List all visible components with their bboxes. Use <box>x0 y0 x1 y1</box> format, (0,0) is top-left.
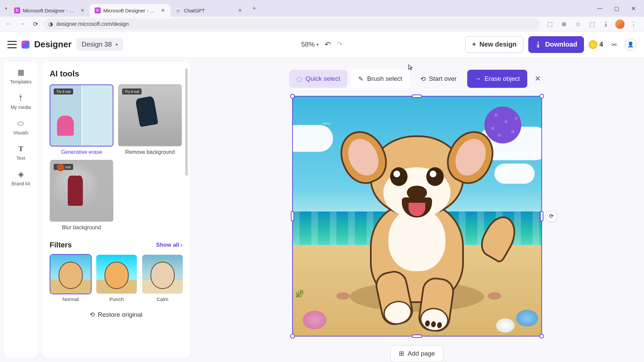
zoom-controls: 58% ▾ ↶ ↷ <box>301 40 343 49</box>
zoom-icon[interactable]: ⊕ <box>559 19 569 29</box>
close-toolbar-button[interactable]: ✕ <box>531 72 545 86</box>
chevron-right-icon: › <box>180 242 182 248</box>
tool-label: Blur background <box>50 225 113 231</box>
try-it-out-badge: Try it out <box>54 88 73 95</box>
resize-handle-right[interactable] <box>540 211 543 221</box>
filter-label: Punch <box>96 296 138 302</box>
tab-search-dropdown[interactable]: ▾ <box>3 5 9 12</box>
erase-object-button[interactable]: → Erase object <box>467 70 527 88</box>
browser-tab-active[interactable]: D Microsoft Designer - Stunning ✕ <box>90 4 170 17</box>
quick-select-label: Quick select <box>306 75 340 82</box>
show-all-link[interactable]: Show all › <box>156 242 182 248</box>
ai-tools-heading: AI tools <box>50 69 182 78</box>
new-tab-button[interactable]: + <box>250 4 259 13</box>
resize-handle-tr[interactable] <box>539 94 544 99</box>
app-body: ▦ Templates ⭱ My media ⬭ Visuals 𝐓 Text … <box>0 58 644 362</box>
close-icon[interactable]: ✕ <box>160 8 166 13</box>
design-name: Design 38 <box>82 41 112 48</box>
filter-calm[interactable]: Recommended Calm <box>142 254 183 302</box>
filter-thumbnail: Recommended <box>96 254 138 294</box>
url-bar[interactable]: ◑ designer.microsoft.com/design <box>44 18 540 30</box>
start-over-button[interactable]: ⟲ Start over <box>413 70 464 88</box>
zoom-dropdown[interactable]: 58% ▾ <box>301 41 319 48</box>
rail-item-visuals[interactable]: ⬭ Visuals <box>13 119 29 135</box>
close-icon[interactable]: ✕ <box>237 8 243 13</box>
resize-handle-tl[interactable] <box>290 94 295 99</box>
resize-handle-bl[interactable] <box>290 334 295 339</box>
app-header: Designer Design 38 ▾ 58% ▾ ↶ ↷ + New des… <box>0 32 644 58</box>
credits-count: 4 <box>599 41 603 48</box>
canvas-area: ◌ Quick select ✎ Brush select ⟲ Start ov… <box>190 58 644 362</box>
brush-select-button[interactable]: ✎ Brush select <box>351 70 410 88</box>
filters-heading: Filters <box>50 241 72 249</box>
rail-label: Visuals <box>13 130 29 135</box>
grass-icon: ⸙ <box>296 284 304 301</box>
filter-normal[interactable]: Normal <box>50 254 92 302</box>
generative-erase-toolbar: ◌ Quick select ✎ Brush select ⟲ Start ov… <box>289 70 545 88</box>
designer-favicon-icon: D <box>95 7 101 13</box>
restore-label: Restore original <box>98 311 142 318</box>
minimize-icon[interactable]: — <box>595 5 604 12</box>
tool-thumbnail: Try it out <box>50 84 113 146</box>
extensions-icon[interactable]: ⬚ <box>587 19 597 29</box>
resize-handle-bottom[interactable] <box>412 335 422 338</box>
rail-item-my-media[interactable]: ⭱ My media <box>11 93 31 110</box>
rail-item-text[interactable]: 𝐓 Text <box>16 144 25 161</box>
downloads-icon[interactable]: ⭳ <box>601 19 611 29</box>
hamburger-menu-icon[interactable] <box>7 41 17 48</box>
undo-icon[interactable]: ↶ <box>325 40 331 49</box>
browser-tab[interactable]: ◎ ChatGPT ✕ <box>170 4 248 17</box>
canvas-image[interactable]: 〰 ⸙ <box>293 97 541 336</box>
user-avatar[interactable]: 👤 <box>625 39 637 51</box>
redo-icon: ↷ <box>337 40 343 49</box>
start-over-label: Start over <box>429 75 457 82</box>
kebab-menu-icon[interactable]: ⋮ <box>629 19 639 29</box>
profile-avatar[interactable] <box>615 19 625 29</box>
filter-thumbnail <box>50 254 92 294</box>
person-icon: 👤 <box>627 41 634 48</box>
designer-favicon-icon: D <box>14 7 20 13</box>
restore-original-button[interactable]: ⟲ Restore original <box>50 311 182 318</box>
canvas-selection[interactable]: 〰 ⸙ <box>292 96 542 337</box>
tool-label: Generative erase <box>50 149 113 155</box>
rail-item-brand-kit[interactable]: ◈ Brand kit <box>11 170 30 186</box>
reload-icon[interactable]: ⟳ <box>30 19 41 29</box>
tool-remove-background[interactable]: Try it out Remove background <box>118 84 182 155</box>
share-icon[interactable]: ⫘ <box>608 39 620 51</box>
install-app-icon[interactable]: ⬚ <box>545 19 555 29</box>
filter-punch[interactable]: Recommended Punch <box>96 254 138 302</box>
site-info-icon[interactable]: ◑ <box>48 21 53 27</box>
design-name-dropdown[interactable]: Design 38 ▾ <box>76 38 123 51</box>
download-label: Download <box>545 41 577 48</box>
scrollbar[interactable] <box>185 68 188 176</box>
close-window-icon[interactable]: ✕ <box>629 5 638 12</box>
logo-text[interactable]: Designer <box>34 39 71 50</box>
resize-handle-br[interactable] <box>539 334 544 339</box>
credits-badge[interactable]: 4 <box>589 40 603 49</box>
browser-tab[interactable]: D Microsoft Designer - Stunning ✕ <box>9 4 90 17</box>
forward-icon: → <box>17 19 28 29</box>
rail-label: My media <box>11 105 31 110</box>
resize-handle-left[interactable] <box>291 211 294 221</box>
plus-square-icon: ⊞ <box>399 350 404 357</box>
tab-title: Microsoft Designer - Stunning <box>23 8 77 13</box>
filter-thumbnail: Recommended <box>142 254 183 294</box>
tool-generative-erase[interactable]: Try it out Generative erase <box>50 84 113 155</box>
rotate-handle[interactable]: ⟳ <box>545 210 557 222</box>
bookmark-icon[interactable]: ☆ <box>573 19 583 29</box>
download-button[interactable]: ⭳ Download <box>528 36 584 53</box>
maximize-icon[interactable]: ▢ <box>612 5 621 12</box>
back-icon[interactable]: ← <box>3 19 14 29</box>
close-icon[interactable]: ✕ <box>80 8 85 13</box>
resize-handle-top[interactable] <box>412 95 422 98</box>
tool-blur-background[interactable]: Try it out Blur background <box>50 160 113 231</box>
rail-item-templates[interactable]: ▦ Templates <box>10 68 32 84</box>
tool-thumbnail: Try it out <box>50 160 113 222</box>
text-icon: 𝐓 <box>16 144 25 154</box>
add-page-button[interactable]: ⊞ Add page <box>390 345 443 362</box>
coin-icon <box>589 40 597 49</box>
rail-label: Templates <box>10 79 32 84</box>
tool-thumbnail: Try it out <box>118 84 182 146</box>
quick-select-button[interactable]: ◌ Quick select <box>289 70 347 88</box>
new-design-button[interactable]: + New design <box>465 36 524 53</box>
